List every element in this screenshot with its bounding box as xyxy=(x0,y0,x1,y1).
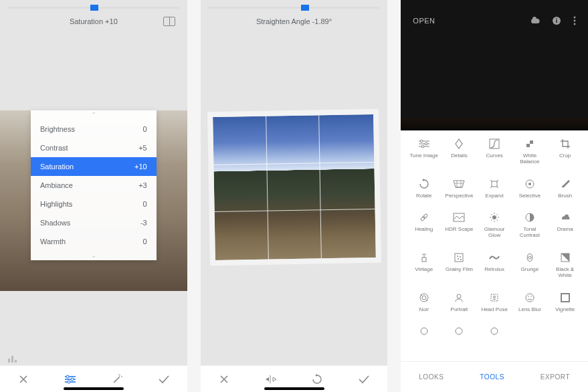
magic-wand-icon[interactable] xyxy=(94,374,140,385)
tool-curves[interactable]: Curves xyxy=(477,137,512,165)
retrolux-icon xyxy=(488,251,500,264)
tool-healing[interactable]: Healing xyxy=(406,211,442,239)
tool-label: Brush xyxy=(558,193,572,199)
more-icon[interactable] xyxy=(573,16,576,25)
tool-lens-blur[interactable]: Lens Blur xyxy=(512,291,548,313)
tool-retrolux[interactable]: Retrolux xyxy=(477,251,512,279)
tool-rotate[interactable]: Rotate xyxy=(406,177,442,199)
image-preview[interactable]: ⌃ Brightness 0 Contrast +5 Saturation +1… xyxy=(0,110,187,291)
rotate-icon[interactable] xyxy=(294,374,340,385)
tool-head-pose[interactable]: Head Pose xyxy=(477,291,512,313)
portrait-icon xyxy=(454,291,464,304)
chevron-up-icon: ⌃ xyxy=(31,110,157,120)
tool-noir[interactable]: Noir xyxy=(406,291,442,313)
screen-straighten: Straighten Angle -1.89° xyxy=(201,0,388,392)
screen-tools-grid: OPEN Tune ImageDetailsCurvesWhite Balanc… xyxy=(401,0,588,392)
apply-button[interactable] xyxy=(340,375,387,384)
tool-expand[interactable]: Expand xyxy=(477,177,512,199)
svg-point-29 xyxy=(460,256,461,258)
adjust-row-warmth[interactable]: Warmth 0 xyxy=(31,232,157,251)
tool-icon xyxy=(454,324,464,338)
tool-drama[interactable]: Drama xyxy=(547,211,583,239)
tab-looks[interactable]: LOOKS xyxy=(419,373,444,381)
svg-point-44 xyxy=(421,328,427,334)
tab-tools[interactable]: TOOLS xyxy=(480,373,504,381)
tool-label: Healing xyxy=(415,227,433,233)
tool-icon xyxy=(489,324,500,338)
tool-crop[interactable]: Crop xyxy=(547,137,583,165)
svg-point-28 xyxy=(457,256,458,257)
adjust-row-ambiance[interactable]: Ambiance +3 xyxy=(31,176,157,195)
tool-black-white[interactable]: Black & White xyxy=(547,251,583,279)
tool-grainy-film[interactable]: Grainy Film xyxy=(442,251,477,279)
slider-label-row: Saturation +10 xyxy=(0,13,187,30)
angle-slider[interactable] xyxy=(209,7,380,9)
adjust-row-shadows[interactable]: Shadows -3 xyxy=(31,213,157,232)
adjust-value: +5 xyxy=(138,144,147,152)
tool-perspective[interactable]: Perspective xyxy=(442,177,477,199)
tool-label: White Balance xyxy=(514,153,546,165)
tool-selective[interactable]: Selective xyxy=(512,177,548,199)
tool-vintage[interactable]: Vintage xyxy=(406,251,442,279)
grid-line xyxy=(266,116,269,260)
svg-point-39 xyxy=(526,294,534,302)
cloud-icon[interactable] xyxy=(529,17,540,25)
tool-label: Portrait xyxy=(451,307,468,313)
tool-tonal-contrast[interactable]: Tonal Contrast xyxy=(512,211,548,239)
tool-vignette[interactable]: Vignette xyxy=(547,291,583,313)
tool-tool[interactable] xyxy=(477,324,512,340)
close-button[interactable] xyxy=(0,374,47,385)
adjust-row-brightness[interactable]: Brightness 0 xyxy=(31,120,157,138)
svg-point-35 xyxy=(422,296,426,300)
screen-tune-image: Saturation +10 ⌃ Brightness 0 Contrast +… xyxy=(0,0,187,392)
adjust-label: Highlights xyxy=(40,200,72,208)
close-button[interactable] xyxy=(201,374,248,385)
histogram-icon[interactable] xyxy=(8,355,19,363)
svg-point-13 xyxy=(425,142,427,145)
svg-rect-17 xyxy=(526,140,530,144)
svg-point-10 xyxy=(574,20,576,22)
glamour-glow-icon xyxy=(489,211,500,224)
open-button[interactable]: OPEN xyxy=(413,17,435,25)
chevron-down-icon: ⌄ xyxy=(31,251,157,260)
image-preview-rotate[interactable] xyxy=(207,109,381,266)
tool-details[interactable]: Details xyxy=(442,137,477,165)
grainy-film-icon xyxy=(454,251,464,264)
adjust-label: Shadows xyxy=(40,219,70,227)
tab-export[interactable]: EXPORT xyxy=(541,373,571,381)
tool-glamour-glow[interactable]: Glamour Glow xyxy=(477,211,512,239)
black-white-icon xyxy=(561,251,570,264)
tool-white-balance[interactable]: White Balance xyxy=(512,137,548,165)
tool-label: Curves xyxy=(486,153,503,159)
svg-point-45 xyxy=(456,328,462,334)
tool-hdr-scape[interactable]: HDR Scape xyxy=(442,211,477,239)
slider-label: Straighten Angle -1.89° xyxy=(256,17,332,25)
adjust-value: +3 xyxy=(138,181,147,189)
svg-point-46 xyxy=(491,328,498,334)
apply-button[interactable] xyxy=(140,375,187,384)
adjust-slider[interactable] xyxy=(8,7,179,9)
tool-tool[interactable] xyxy=(406,324,442,340)
svg-point-30 xyxy=(458,258,459,260)
home-indicator xyxy=(64,387,124,390)
tool-label: Glamour Glow xyxy=(478,227,510,239)
top-bar: OPEN xyxy=(401,11,588,31)
adjust-value: -3 xyxy=(140,219,147,227)
tool-tune-image[interactable]: Tune Image xyxy=(406,137,442,165)
tool-grunge[interactable]: Grunge xyxy=(512,251,548,279)
adjust-row-highlights[interactable]: Highlights 0 xyxy=(31,195,157,213)
tool-portrait[interactable]: Portrait xyxy=(442,291,477,313)
info-icon[interactable] xyxy=(552,16,561,25)
adjust-row-saturation[interactable]: Saturation +10 xyxy=(31,157,157,176)
flip-icon[interactable] xyxy=(248,375,294,384)
adjust-label: Warmth xyxy=(40,237,66,246)
compare-icon[interactable] xyxy=(163,17,175,26)
svg-point-12 xyxy=(420,140,423,142)
tune-sliders-icon[interactable] xyxy=(47,375,94,384)
hdr-scape-icon xyxy=(453,211,465,224)
tool-tool[interactable] xyxy=(442,324,477,340)
tool-label: Selective xyxy=(519,193,541,199)
adjust-row-contrast[interactable]: Contrast +5 xyxy=(31,138,157,157)
tool-brush[interactable]: Brush xyxy=(547,177,583,199)
grid-line xyxy=(213,162,374,165)
